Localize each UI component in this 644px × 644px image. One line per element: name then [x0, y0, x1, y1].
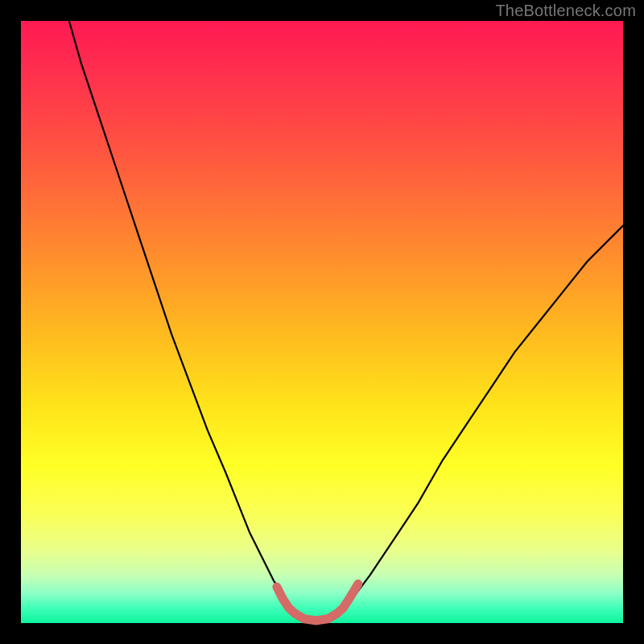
highlight-floor: [295, 613, 336, 621]
curve-left: [69, 21, 292, 611]
plot-area: [21, 21, 623, 623]
watermark-text: TheBottleneck.com: [495, 2, 636, 20]
chart-frame: TheBottleneck.com: [0, 0, 644, 644]
highlight-left: [277, 587, 295, 613]
curve-layer: [21, 21, 623, 623]
highlight-right: [337, 584, 358, 613]
curve-right: [340, 225, 623, 611]
